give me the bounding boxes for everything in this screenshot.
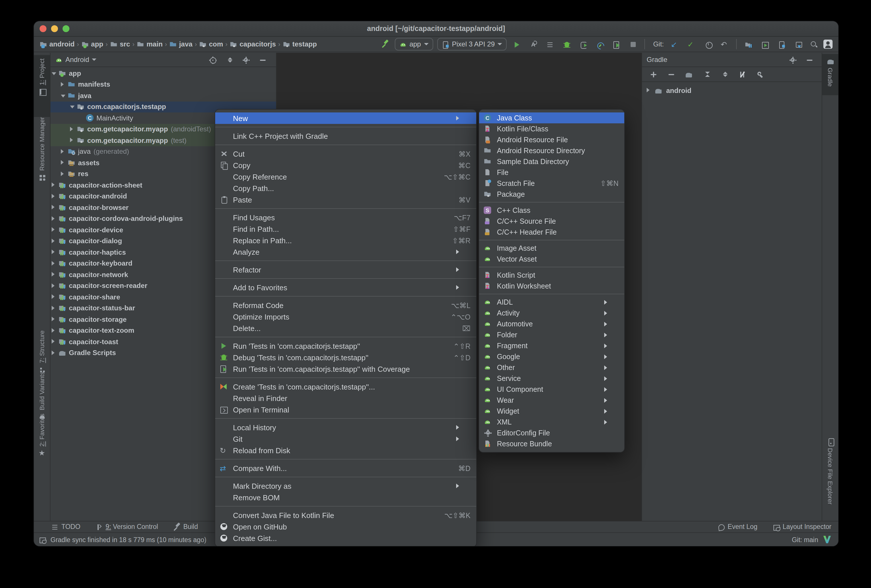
menu-item-package[interactable]: Package	[479, 189, 624, 200]
menu-item-analyze[interactable]: Analyze	[215, 246, 476, 257]
menu-item-service[interactable]: Service	[479, 373, 624, 384]
stripe-tab-2-favorites[interactable]: 2: Favorites★	[34, 414, 50, 452]
menu-item-create-gist[interactable]: Create Gist...	[215, 533, 476, 544]
menu-item-debug-tests-in-com-capacitorjs-testapp[interactable]: Debug 'Tests in 'com.capacitorjs.testapp…	[215, 352, 476, 363]
menu-item-copy[interactable]: Copy⌘C	[215, 160, 476, 171]
breadcrumb-item-app[interactable]: app	[81, 40, 103, 48]
menu-item-refactor[interactable]: Refactor	[215, 264, 476, 275]
expand-arrow-icon[interactable]	[52, 205, 54, 209]
project-header-minusme-button[interactable]	[256, 54, 268, 66]
stripe-tab-build-variants[interactable]: Build Variants	[34, 372, 50, 412]
expand-arrow-icon[interactable]	[52, 339, 54, 344]
tree-row-app[interactable]: app	[51, 68, 276, 79]
expand-arrow-icon[interactable]	[70, 127, 73, 132]
expand-arrow-icon[interactable]	[52, 216, 54, 221]
menu-item-wear[interactable]: Wear	[479, 395, 624, 405]
expand-arrow-icon[interactable]	[647, 88, 650, 93]
menu-item-optimize-imports[interactable]: Optimize Imports⌃⌥O	[215, 311, 476, 322]
tool-sdk-button[interactable]	[792, 39, 804, 50]
expand-arrow-icon[interactable]	[52, 272, 54, 277]
run-coverage-button[interactable]	[611, 39, 622, 50]
collapse-arrow-icon[interactable]	[52, 72, 56, 75]
expand-arrow-icon[interactable]	[61, 149, 64, 154]
tool-window-button-build[interactable]: Build	[173, 523, 198, 530]
expand-arrow-icon[interactable]	[61, 172, 64, 176]
chevron-down-icon[interactable]	[92, 58, 97, 61]
menu-item-c-c-source-file[interactable]: C/C++ Source File	[479, 216, 624, 227]
menu-item-editorconfig-file[interactable]: EditorConfig File	[479, 427, 624, 438]
expand-arrow-icon[interactable]	[52, 227, 54, 232]
close-window-button[interactable]	[40, 25, 46, 32]
menu-item-link-c-project-with-gradle[interactable]: Link C++ Project with Gradle	[215, 130, 476, 142]
menu-item-run-tests-in-com-capacitorjs-testapp[interactable]: Run 'Tests in 'com.capacitorjs.testapp''…	[215, 340, 476, 352]
menu-item-paste[interactable]: Paste⌘V	[215, 194, 476, 205]
breadcrumb-item-src[interactable]: src	[110, 40, 130, 48]
menu-item-c-class[interactable]: C++ Class	[479, 205, 624, 216]
expand-arrow-icon[interactable]	[52, 283, 54, 288]
run-bug-button[interactable]	[561, 39, 572, 50]
menu-item-add-to-favorites[interactable]: Add to Favorites	[215, 282, 476, 293]
menu-item-sample-data-directory[interactable]: Sample Data Directory	[479, 156, 624, 167]
gradle-toolbar-collapseall-button[interactable]	[718, 69, 730, 80]
menu-item-automotive[interactable]: Automotive	[479, 319, 624, 329]
breadcrumb-item-com[interactable]: com	[199, 40, 223, 48]
expand-arrow-icon[interactable]	[52, 183, 54, 187]
menu-item-cut[interactable]: Cut⌘X	[215, 148, 476, 160]
tool-syncfold-button[interactable]	[742, 39, 754, 50]
run-profiler-button[interactable]	[594, 39, 606, 50]
menu-item-widget[interactable]: Widget	[479, 405, 624, 416]
breadcrumb-item-testapp[interactable]: testapp	[283, 40, 317, 48]
menu-item-fragment[interactable]: Fragment	[479, 340, 624, 351]
menu-item-copy-reference[interactable]: Copy Reference⌥⇧⌘C	[215, 171, 476, 183]
gradle-toolbar-expandall-button[interactable]	[700, 69, 712, 80]
expand-arrow-icon[interactable]	[52, 328, 54, 333]
breadcrumb-item-java[interactable]: java	[169, 40, 193, 48]
menu-item-reveal-in-finder[interactable]: Reveal in Finder	[215, 392, 476, 404]
tool-window-button-event-log[interactable]: Event Log	[717, 523, 757, 530]
project-header-collapseall-button[interactable]	[223, 54, 235, 66]
breadcrumb-item-android[interactable]: android	[40, 40, 75, 48]
menu-item-android-resource-directory[interactable]: Android Resource Directory	[479, 145, 624, 156]
menu-item-google[interactable]: Google	[479, 351, 624, 362]
expand-arrow-icon[interactable]	[52, 306, 54, 310]
expand-arrow-icon[interactable]	[70, 138, 73, 142]
menu-item-scratch-file[interactable]: Scratch File⇧⌘N	[479, 178, 624, 189]
git-undo-button[interactable]: ↶	[719, 39, 730, 50]
gradle-tree-row-android[interactable]: android	[642, 85, 822, 96]
menu-item-kotlin-file-class[interactable]: Kotlin File/Class	[479, 123, 624, 134]
menu-item-folder[interactable]: Folder	[479, 329, 624, 340]
menu-item-xml[interactable]: XML	[479, 416, 624, 427]
build-project-button[interactable]	[379, 39, 391, 50]
menu-item-find-in-path[interactable]: Find in Path...⇧⌘F	[215, 223, 476, 235]
breadcrumb-item-main[interactable]: main	[137, 40, 163, 48]
project-view-mode[interactable]: Android	[66, 55, 89, 64]
menu-item-delete[interactable]: Delete...⌧	[215, 322, 476, 334]
minimize-window-button[interactable]	[51, 25, 58, 32]
tool-runwin-button[interactable]	[759, 39, 771, 50]
expand-arrow-icon[interactable]	[52, 250, 54, 254]
gradle-toolbar-minusme-button[interactable]	[665, 69, 676, 80]
menu-item-android-resource-file[interactable]: Android Resource File	[479, 134, 624, 145]
menu-item-reformat-code[interactable]: Reformat Code⌥⌘L	[215, 299, 476, 311]
menu-item-create-tests-in-com-capacitorjs-testapp[interactable]: Create 'Tests in 'com.capacitorjs.testap…	[215, 381, 476, 392]
stripe-tab-resource-manager[interactable]: Resource Manager	[34, 117, 50, 184]
menu-item-open-in-terminal[interactable]: Open in Terminal	[215, 404, 476, 415]
menu-item-remove-bom[interactable]: Remove BOM	[215, 492, 476, 503]
project-header-locate-button[interactable]	[207, 54, 218, 66]
project-header-gearme-button[interactable]	[240, 54, 251, 66]
gradle-toolbar-offline-button[interactable]	[736, 69, 748, 80]
tool-devmgr-button[interactable]	[776, 39, 787, 50]
menu-item-git[interactable]: Git	[215, 433, 476, 444]
collapse-arrow-icon[interactable]	[61, 95, 66, 97]
git-arrow-dl-button[interactable]: ↙	[669, 39, 681, 50]
run-applyA-button[interactable]	[528, 39, 539, 50]
expand-arrow-icon[interactable]	[61, 82, 64, 87]
stripe-tab-7-structure[interactable]: 7: Structure	[34, 331, 50, 368]
git-clockme-button[interactable]	[702, 39, 714, 50]
search-everywhere-button[interactable]	[808, 39, 819, 50]
menu-item-activity[interactable]: Activity	[479, 307, 624, 319]
tree-row-java[interactable]: java	[51, 90, 276, 101]
tool-window-button-todo[interactable]: TODO	[51, 523, 80, 530]
expand-arrow-icon[interactable]	[52, 317, 54, 322]
menu-item-mark-directory-as[interactable]: Mark Directory as	[215, 480, 476, 492]
